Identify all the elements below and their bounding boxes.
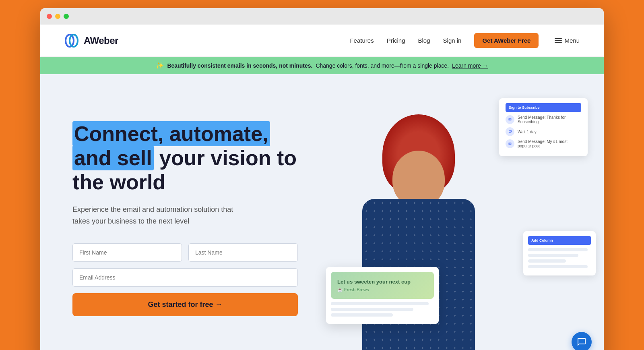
card-line-2	[331, 308, 413, 311]
column-editor-bar: Add Column	[528, 236, 591, 245]
last-name-input[interactable]	[188, 243, 298, 262]
side-card-line-4	[528, 265, 588, 268]
form-name-row	[72, 243, 298, 262]
announcement-regular-text: Change colors, fonts, and more—from a si…	[316, 62, 449, 69]
navbar: AWeber Features Pricing Blog Sign in Get…	[40, 25, 604, 57]
minimize-button[interactable]	[55, 14, 60, 19]
browser-window: AWeber Features Pricing Blog Sign in Get…	[40, 8, 604, 350]
nav-features[interactable]: Features	[350, 37, 374, 44]
hero-title-highlight1: Connect, automate,	[72, 121, 270, 146]
logo-icon	[64, 33, 80, 49]
step-3-text: Send Message: My #1 most popular post	[518, 139, 581, 148]
nav-menu[interactable]: Menu	[555, 37, 580, 44]
announcement-link[interactable]: Learn more →	[452, 62, 488, 69]
card-line-3	[331, 313, 393, 317]
get-started-button[interactable]: Get started for free →	[72, 293, 298, 316]
side-card-line-3	[528, 259, 566, 263]
logo-area[interactable]: AWeber	[64, 33, 118, 49]
step-2-text: Wait 1 day	[518, 130, 537, 134]
nav-blog[interactable]: Blog	[418, 37, 430, 44]
hamburger-icon	[555, 38, 562, 43]
announcement-emoji: ✨	[156, 62, 164, 69]
email-preview-sub: ☕ Fresh Brews	[337, 287, 427, 292]
card-line-1	[331, 302, 429, 305]
step-1-text: Send Message: Thanks for Subscribing	[518, 115, 581, 124]
nav-pricing[interactable]: Pricing	[387, 37, 405, 44]
column-editor-label: Add Column	[531, 238, 553, 242]
hero-title: Connect, automate, and sell your vision …	[72, 122, 298, 194]
step-dot-2: ⏱	[506, 127, 514, 136]
card-step-1: ✉ Send Message: Thanks for Subscribing	[506, 115, 581, 124]
hero-title-highlight2: and sell	[72, 145, 154, 170]
hero-right: Sign to Subscribe ✉ Send Message: Thanks…	[322, 74, 604, 350]
nav-cta-button[interactable]: Get AWeber Free	[474, 33, 539, 48]
announcement-bar: ✨ Beautifully consistent emails in secon…	[40, 57, 604, 74]
nav-signin[interactable]: Sign in	[443, 37, 462, 44]
email-preview-content: Let us sweeten your next cup ☕ Fresh Bre…	[331, 272, 434, 299]
hero-subtitle: Experience the email and automation solu…	[72, 204, 242, 227]
card-header-text: Sign to Subscribe	[509, 106, 540, 110]
maximize-button[interactable]	[64, 14, 69, 19]
card-header-bar: Sign to Subscribe	[506, 103, 581, 112]
card-step-3: ✉ Send Message: My #1 most popular post	[506, 139, 581, 148]
card-step-2: ⏱ Wait 1 day	[506, 127, 581, 136]
column-editor-card: Add Column	[523, 231, 596, 275]
browser-chrome	[40, 8, 604, 25]
menu-label: Menu	[564, 37, 580, 44]
step-dot-3: ✉	[506, 139, 514, 148]
step-dot-1: ✉	[506, 115, 514, 124]
close-button[interactable]	[47, 14, 52, 19]
chat-icon	[577, 337, 586, 347]
side-card-line-2	[528, 254, 578, 257]
automation-flow-card: Sign to Subscribe ✉ Send Message: Thanks…	[499, 98, 588, 156]
logo-text: AWeber	[84, 35, 118, 46]
chat-widget-button[interactable]	[572, 332, 592, 350]
nav-links: Features Pricing Blog Sign in Get AWeber…	[350, 33, 580, 48]
email-preview-headline: Let us sweeten your next cup	[337, 278, 427, 286]
first-name-input[interactable]	[72, 243, 182, 262]
hero-section: Connect, automate, and sell your vision …	[40, 74, 604, 350]
side-card-line-1	[528, 248, 588, 251]
email-input[interactable]	[72, 268, 298, 287]
person-face	[392, 151, 445, 207]
hero-left: Connect, automate, and sell your vision …	[40, 74, 322, 350]
announcement-bold-text: Beautifully consistent emails in seconds…	[167, 62, 312, 69]
email-preview-card: Let us sweeten your next cup ☕ Fresh Bre…	[326, 267, 439, 324]
